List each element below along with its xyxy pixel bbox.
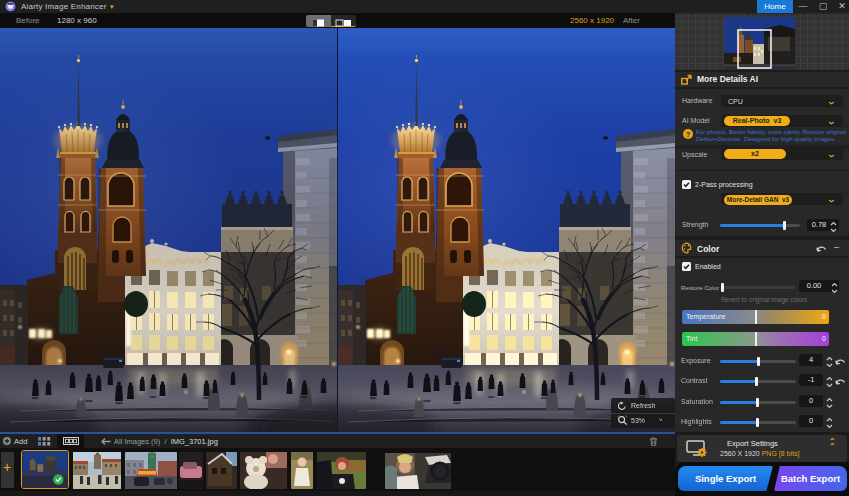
svg-text:?: ? xyxy=(686,130,691,139)
